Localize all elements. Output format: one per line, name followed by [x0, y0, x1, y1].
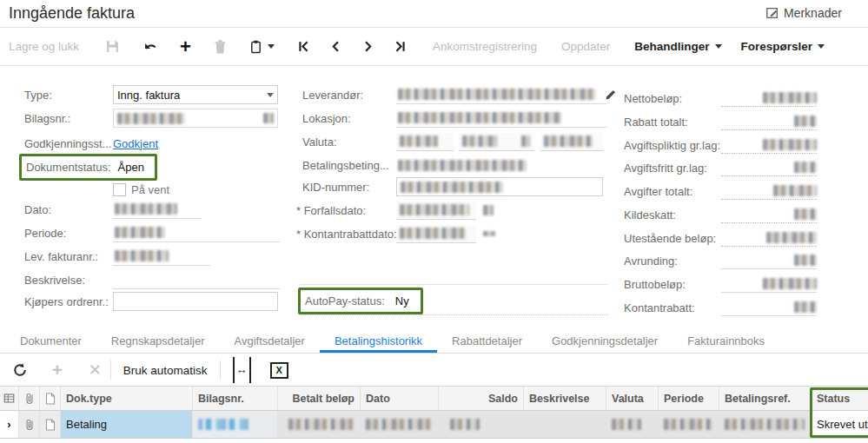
go-previous-icon[interactable] [329, 34, 342, 60]
apply-automatic-button[interactable]: Bruk automatisk [123, 357, 208, 383]
page-title: Inngående faktura [9, 4, 135, 23]
save-and-close-button[interactable]: Lagre og lukk [9, 34, 79, 60]
save-icon[interactable] [105, 34, 120, 60]
approval-status-link[interactable]: Godkjent [113, 137, 158, 150]
field-currency: Valuta: [302, 132, 606, 151]
col-header-bilagsnr[interactable]: Bilagsnr. [193, 387, 278, 410]
avgiftsfritt-label: Avgiftsfritt gr.lag: [624, 162, 721, 175]
redacted-value [725, 419, 805, 430]
redacted-edit-icon [263, 113, 274, 123]
payment-terms-input[interactable] [396, 156, 606, 174]
field-due-date: * Forfallsdato: [296, 201, 600, 220]
detail-tabs: Dokumenter Regnskapsdetaljer Avgiftsdeta… [0, 332, 868, 354]
period-input[interactable] [113, 224, 280, 242]
note-icon[interactable] [40, 411, 61, 438]
redacted-value [794, 162, 817, 173]
redacted-value [366, 419, 433, 430]
kid-input[interactable] [396, 177, 603, 196]
redacted-value [398, 89, 596, 100]
add-button[interactable]: + [180, 34, 191, 60]
col-header-dato[interactable]: Dato [361, 387, 439, 410]
chevron-down-icon [715, 44, 722, 49]
redacted-value [612, 419, 641, 430]
go-first-icon[interactable] [297, 34, 310, 60]
location-input[interactable] [396, 109, 606, 128]
due-date-input[interactable] [396, 202, 476, 220]
actions-dropdown[interactable]: Behandlinger [634, 34, 721, 60]
redacted-icon [483, 231, 495, 236]
field-date: Dato: [24, 200, 285, 219]
currency-rate-input[interactable] [540, 133, 603, 151]
grid-add-button[interactable]: + [52, 357, 63, 383]
grid-toolbar: + ✕ Bruk automatisk ↔ X [0, 354, 868, 387]
tab-rabattdetaljer[interactable]: Rabattdetaljer [437, 332, 537, 353]
tab-godkjenningsdetaljer[interactable]: Godkjenningsdetaljer [537, 332, 673, 353]
col-header-betalingsref[interactable]: Betalingsref. [719, 387, 812, 410]
avgiftspliktig-value [721, 136, 817, 154]
currency-rate-type-input[interactable] [459, 133, 533, 151]
col-header-beskrivelse[interactable]: Beskrivelse [524, 387, 606, 410]
cell-valuta[interactable] [606, 411, 659, 438]
undo-icon[interactable] [142, 34, 159, 60]
currency-code-input[interactable] [396, 133, 454, 151]
row-selector[interactable]: › [0, 411, 19, 438]
tab-regnskapsdetaljer[interactable]: Regnskapsdetaljer [96, 332, 220, 353]
utestaende-value [721, 229, 817, 247]
bilagsnr-input[interactable] [113, 109, 278, 128]
redacted-value [400, 228, 466, 239]
go-next-icon[interactable] [361, 34, 374, 60]
field-cash-discount-date: * Kontantrabattdato: [296, 224, 600, 243]
cell-dok-type[interactable]: Betaling [61, 411, 193, 438]
on-hold-field[interactable]: På vent [113, 180, 169, 199]
grid-settings-icon[interactable] [0, 387, 19, 410]
paste-dropdown[interactable] [249, 34, 275, 60]
vendor-invoice-input[interactable] [113, 248, 210, 266]
col-header-valuta[interactable]: Valuta [606, 387, 659, 410]
redacted-value [763, 278, 817, 289]
paperclip-icon[interactable] [19, 411, 40, 438]
date-input[interactable] [113, 201, 202, 219]
fit-width-icon[interactable]: ↔ [233, 357, 251, 383]
on-hold-checkbox[interactable] [113, 183, 126, 196]
vendor-input[interactable] [396, 86, 606, 104]
cash-discount-date-input[interactable] [396, 225, 476, 243]
total-row: Kildeskatt: [624, 205, 858, 224]
cell-bilagsnr[interactable] [193, 411, 278, 438]
delete-icon[interactable] [214, 34, 227, 60]
col-header-status[interactable]: Status [812, 387, 868, 410]
cell-status[interactable]: Skrevet ut [812, 411, 868, 438]
go-last-icon[interactable] [394, 34, 407, 60]
notes-link[interactable]: Merknader [765, 6, 842, 20]
total-row: Nettobeløp: [624, 89, 858, 108]
description-input[interactable] [113, 271, 280, 289]
table-row[interactable]: › Betaling Skrevet ut [0, 411, 868, 439]
cell-saldo[interactable] [439, 411, 524, 438]
export-excel-icon[interactable]: X [270, 362, 288, 379]
grid-delete-button[interactable]: ✕ [89, 357, 102, 383]
cell-betalingsref[interactable] [719, 411, 812, 438]
field-vendor: Leverandør: [302, 85, 606, 104]
tab-betalingshistorikk[interactable]: Betalingshistorikk [320, 332, 437, 353]
arrival-registration-button[interactable]: Ankomstregistrering [433, 34, 537, 60]
buyer-order-input[interactable] [113, 292, 278, 311]
cell-periode[interactable] [659, 411, 719, 438]
total-row: Utestående beløp: [624, 228, 858, 248]
cell-beskrivelse[interactable] [524, 411, 606, 438]
col-header-dok-type[interactable]: Dok.type [61, 387, 193, 410]
inquiries-dropdown[interactable]: Forespørsler [741, 34, 825, 60]
col-header-saldo[interactable]: Saldo [439, 387, 524, 410]
col-header-betalt-belop[interactable]: Betalt beløp [278, 387, 361, 410]
field-period: Periode: [24, 223, 285, 242]
tab-dokumenter[interactable]: Dokumenter [5, 332, 96, 353]
update-button[interactable]: Oppdater [561, 34, 610, 60]
docstatus-value: Åpen [118, 161, 144, 174]
edit-pencil-icon[interactable] [605, 89, 617, 101]
tab-fakturainnboks[interactable]: Fakturainnboks [673, 332, 779, 353]
type-combo[interactable]: Inng. faktura [113, 85, 278, 104]
cell-betalt-belop[interactable] [278, 411, 361, 438]
col-header-periode[interactable]: Periode [659, 387, 719, 410]
cell-dato[interactable] [361, 411, 439, 438]
redacted-value [766, 232, 817, 243]
refresh-icon[interactable] [12, 357, 28, 383]
tab-avgiftsdetaljer[interactable]: Avgiftsdetaljer [220, 332, 320, 353]
